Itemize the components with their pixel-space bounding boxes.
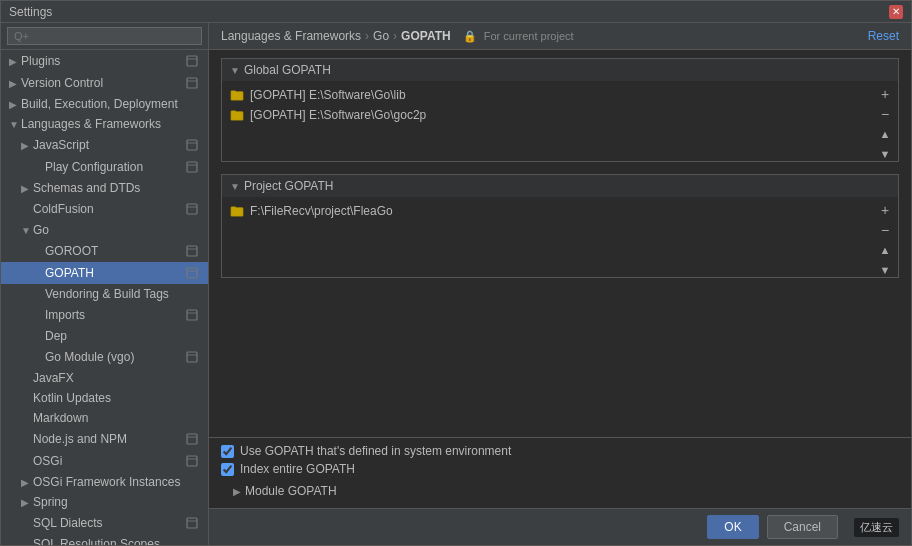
sidebar-item-osgi[interactable]: OSGi [1, 450, 208, 472]
sidebar-item-osgi-framework[interactable]: ▶OSGi Framework Instances [1, 472, 208, 492]
sidebar-item-nodejs-npm[interactable]: Node.js and NPM [1, 428, 208, 450]
label-build-execution: Build, Execution, Deployment [21, 97, 200, 111]
settings-icon-play-configuration [184, 159, 200, 175]
project-remove-button[interactable]: − [876, 221, 894, 239]
global-gopath-body: [GOPATH] E:\Software\Go\lib[GOPATH] E:\S… [222, 81, 898, 161]
breadcrumb-part1: Languages & Frameworks [221, 29, 361, 43]
label-sql-dialects: SQL Dialects [33, 516, 180, 530]
path-text: [GOPATH] E:\Software\Go\lib [250, 88, 406, 102]
project-up-button[interactable]: ▲ [876, 241, 894, 259]
sidebar-item-imports[interactable]: Imports [1, 304, 208, 326]
close-button[interactable]: ✕ [889, 5, 903, 19]
label-nodejs-npm: Node.js and NPM [33, 432, 180, 446]
svg-rect-4 [187, 140, 197, 150]
project-gopath-arrow: ▼ [230, 181, 240, 192]
watermark: 亿速云 [854, 518, 899, 537]
settings-icon-imports [184, 307, 200, 323]
breadcrumb-sep2: › [393, 29, 397, 43]
nav-list: ▶Plugins▶Version Control▶Build, Executio… [1, 50, 208, 545]
label-markdown: Markdown [33, 411, 200, 425]
footer: OK Cancel 亿速云 [209, 508, 911, 545]
sidebar-item-javascript[interactable]: ▶JavaScript [1, 134, 208, 156]
sidebar-item-kotlin-updates[interactable]: Kotlin Updates [1, 388, 208, 408]
label-javafx: JavaFX [33, 371, 200, 385]
settings-window: Settings ✕ ▶Plugins▶Version Control▶Buil… [0, 0, 912, 546]
index-gopath-checkbox[interactable] [221, 463, 234, 476]
sidebar-item-dep[interactable]: Dep [1, 326, 208, 346]
sidebar-item-spring[interactable]: ▶Spring [1, 492, 208, 512]
search-input[interactable] [7, 27, 202, 45]
breadcrumb-current: GOPATH [401, 29, 451, 43]
settings-icon-goroot [184, 243, 200, 259]
sidebar-item-javafx[interactable]: JavaFX [1, 368, 208, 388]
sidebar-item-go-module[interactable]: Go Module (vgo) [1, 346, 208, 368]
folder-icon [230, 108, 246, 122]
svg-rect-2 [187, 78, 197, 88]
arrow-javascript: ▶ [21, 140, 31, 151]
cancel-button[interactable]: Cancel [767, 515, 838, 539]
global-down-button[interactable]: ▼ [876, 145, 894, 163]
settings-icon-javascript [184, 137, 200, 153]
project-tag-icon: 🔒 [463, 30, 477, 42]
sidebar-item-goroot[interactable]: GOROOT [1, 240, 208, 262]
label-osgi-framework: OSGi Framework Instances [33, 475, 200, 489]
arrow-spring: ▶ [21, 497, 31, 508]
use-gopath-env-checkbox[interactable] [221, 445, 234, 458]
project-gopath-section: ▼ Project GOPATH F:\FileRecv\project\Fle… [221, 174, 899, 278]
global-gopath-controls: + − ▲ ▼ [876, 85, 894, 163]
sidebar-item-languages-frameworks[interactable]: ▼Languages & Frameworks [1, 114, 208, 134]
arrow-go: ▼ [21, 225, 31, 236]
arrow-schemas-dtds: ▶ [21, 183, 31, 194]
breadcrumb-part2: Go [373, 29, 389, 43]
sidebar-item-sql-resolution[interactable]: SQL Resolution Scopes [1, 534, 208, 545]
project-gopath-label: Project GOPATH [244, 179, 334, 193]
svg-rect-22 [187, 518, 197, 528]
sidebar-item-sql-dialects[interactable]: SQL Dialects [1, 512, 208, 534]
project-paths-list: F:\FileRecv\project\FleaGo [222, 201, 898, 221]
global-paths-list: [GOPATH] E:\Software\Go\lib[GOPATH] E:\S… [222, 85, 898, 125]
label-go-module: Go Module (vgo) [45, 350, 180, 364]
panel-content: ▼ Global GOPATH [GOPATH] E:\Software\Go\… [209, 50, 911, 437]
sidebar-item-version-control[interactable]: ▶Version Control [1, 72, 208, 94]
use-gopath-env-label: Use GOPATH that's defined in system envi… [240, 444, 511, 458]
project-gopath-header[interactable]: ▼ Project GOPATH [222, 175, 898, 197]
main-panel: Languages & Frameworks › Go › GOPATH 🔒 F… [209, 23, 911, 545]
sidebar: ▶Plugins▶Version Control▶Build, Executio… [1, 23, 209, 545]
label-languages-frameworks: Languages & Frameworks [21, 117, 200, 131]
settings-icon-osgi [184, 453, 200, 469]
svg-rect-18 [187, 434, 197, 444]
global-remove-button[interactable]: − [876, 105, 894, 123]
sidebar-item-plugins[interactable]: ▶Plugins [1, 50, 208, 72]
global-gopath-header[interactable]: ▼ Global GOPATH [222, 59, 898, 81]
sidebar-item-go[interactable]: ▼Go [1, 220, 208, 240]
project-down-button[interactable]: ▼ [876, 261, 894, 279]
sidebar-item-play-configuration[interactable]: Play Configuration [1, 156, 208, 178]
sidebar-item-build-execution[interactable]: ▶Build, Execution, Deployment [1, 94, 208, 114]
project-add-button[interactable]: + [876, 201, 894, 219]
global-gopath-label: Global GOPATH [244, 63, 331, 77]
svg-rect-8 [187, 204, 197, 214]
arrow-osgi-framework: ▶ [21, 477, 31, 488]
label-javascript: JavaScript [33, 138, 180, 152]
global-up-button[interactable]: ▲ [876, 125, 894, 143]
module-gopath-row[interactable]: ▶ Module GOPATH [221, 480, 899, 502]
svg-rect-0 [187, 56, 197, 66]
ok-button[interactable]: OK [707, 515, 758, 539]
sidebar-item-vendoring[interactable]: Vendoring & Build Tags [1, 284, 208, 304]
sidebar-item-coldfusion[interactable]: ColdFusion [1, 198, 208, 220]
label-version-control: Version Control [21, 76, 180, 90]
global-gopath-section: ▼ Global GOPATH [GOPATH] E:\Software\Go\… [221, 58, 899, 162]
reset-button[interactable]: Reset [868, 29, 899, 43]
settings-icon-gopath [184, 265, 200, 281]
index-gopath-label: Index entire GOPATH [240, 462, 355, 476]
sidebar-item-markdown[interactable]: Markdown [1, 408, 208, 428]
global-add-button[interactable]: + [876, 85, 894, 103]
sidebar-item-schemas-dtds[interactable]: ▶Schemas and DTDs [1, 178, 208, 198]
window-title: Settings [9, 5, 52, 19]
svg-rect-12 [187, 268, 197, 278]
index-gopath-row: Index entire GOPATH [221, 462, 899, 476]
settings-icon-coldfusion [184, 201, 200, 217]
path-text: F:\FileRecv\project\FleaGo [250, 204, 393, 218]
search-container [1, 23, 208, 50]
sidebar-item-gopath[interactable]: GOPATH [1, 262, 208, 284]
